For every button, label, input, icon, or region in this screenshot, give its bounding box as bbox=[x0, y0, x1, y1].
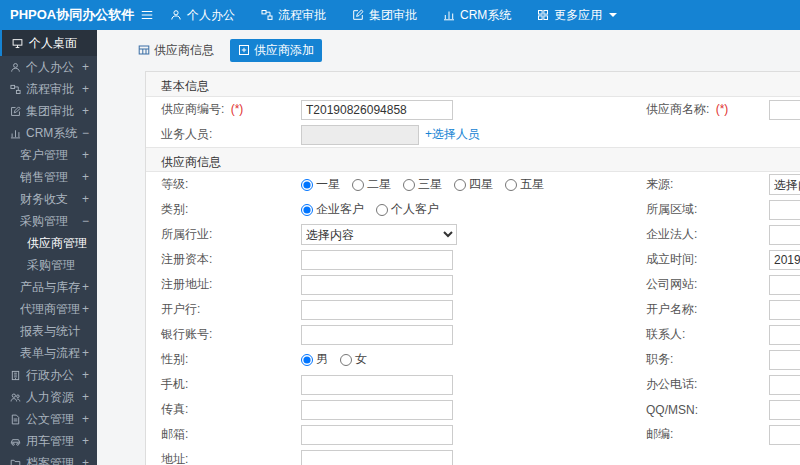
radio-input[interactable] bbox=[376, 204, 388, 216]
legal-person-input[interactable] bbox=[769, 225, 800, 245]
nav-crm-system[interactable]: CRM系统 bbox=[443, 7, 511, 24]
expand-toggle-icon[interactable]: + bbox=[82, 390, 89, 404]
sidebar-item[interactable]: 个人办公 + bbox=[0, 56, 97, 78]
radio-option[interactable]: 一星 bbox=[301, 176, 340, 193]
select-person-link[interactable]: +选择人员 bbox=[425, 126, 480, 143]
expand-toggle-icon[interactable]: + bbox=[82, 434, 89, 448]
nav-process-approval[interactable]: 流程审批 bbox=[261, 7, 326, 24]
sales-person-input[interactable] bbox=[301, 125, 419, 145]
radio-option[interactable]: 企业客户 bbox=[301, 201, 364, 218]
radio-input[interactable] bbox=[352, 179, 364, 191]
email-input[interactable] bbox=[301, 425, 453, 445]
tab-supplier-info[interactable]: 供应商信息 bbox=[130, 39, 222, 62]
radio-option[interactable]: 女 bbox=[340, 351, 367, 368]
field-label: 地址: bbox=[161, 451, 301, 465]
expand-toggle-icon[interactable]: + bbox=[82, 148, 89, 162]
sidebar-item[interactable]: 集团审批 + bbox=[0, 100, 97, 122]
expand-toggle-icon[interactable]: − bbox=[82, 126, 89, 140]
address-input[interactable] bbox=[301, 450, 453, 465]
radio-option[interactable]: 五星 bbox=[505, 176, 544, 193]
expand-toggle-icon[interactable]: + bbox=[82, 302, 89, 316]
sidebar-item[interactable]: 代理商管理 + bbox=[0, 298, 97, 320]
sidebar-item[interactable]: 报表与统计 bbox=[0, 320, 97, 342]
established-date-input[interactable] bbox=[769, 250, 800, 270]
source-select[interactable]: 选择内容 bbox=[769, 174, 800, 195]
sidebar-item-label: CRM系统 bbox=[26, 125, 80, 142]
radio-input[interactable] bbox=[301, 204, 313, 216]
nav-personal-office[interactable]: 个人办公 bbox=[170, 7, 235, 24]
sidebar-item[interactable]: 产品与库存 + bbox=[0, 276, 97, 298]
qq-msn-input[interactable] bbox=[769, 400, 800, 420]
radio-input[interactable] bbox=[301, 354, 313, 366]
bank-input[interactable] bbox=[301, 300, 453, 320]
website-input[interactable] bbox=[769, 275, 800, 295]
sidebar-item[interactable]: 销售管理 + bbox=[0, 166, 97, 188]
expand-toggle-icon[interactable]: + bbox=[82, 368, 89, 382]
sidebar-item[interactable]: 采购管理 bbox=[0, 254, 97, 276]
field-label: 所属行业: bbox=[161, 226, 301, 243]
registered-capital-input[interactable] bbox=[301, 250, 453, 270]
expand-toggle-icon[interactable]: + bbox=[82, 104, 89, 118]
mobile-input[interactable] bbox=[301, 375, 453, 395]
sidebar-item-label: 采购管理 bbox=[20, 213, 80, 230]
supplier-no-input[interactable] bbox=[301, 100, 453, 120]
sidebar-item[interactable]: 供应商管理 bbox=[0, 232, 97, 254]
required-mark: (*) bbox=[716, 102, 729, 116]
zip-input[interactable] bbox=[769, 425, 800, 445]
sidebar-item[interactable]: 行政办公 + bbox=[0, 364, 97, 386]
expand-toggle-icon[interactable]: + bbox=[82, 192, 89, 206]
office-phone-input[interactable] bbox=[769, 375, 800, 395]
sidebar-item[interactable]: 财务收支 + bbox=[0, 188, 97, 210]
region-input[interactable] bbox=[769, 200, 800, 220]
account-name-input[interactable] bbox=[769, 300, 800, 320]
field-label: QQ/MSN: bbox=[646, 403, 769, 417]
expand-toggle-icon[interactable]: + bbox=[82, 170, 89, 184]
radio-option[interactable]: 四星 bbox=[454, 176, 493, 193]
expand-toggle-icon[interactable]: − bbox=[82, 214, 89, 228]
field-label: 传真: bbox=[161, 401, 301, 418]
sidebar-item-label: 供应商管理 bbox=[27, 235, 87, 252]
sidebar-item-label: 表单与流程设置 bbox=[20, 345, 80, 362]
registered-address-input[interactable] bbox=[301, 275, 453, 295]
radio-option[interactable]: 二星 bbox=[352, 176, 391, 193]
radio-input[interactable] bbox=[454, 179, 466, 191]
top-navigation: 个人办公 流程审批 集团审批 CRM系统 更多应用 bbox=[170, 7, 617, 24]
chart-icon bbox=[10, 128, 21, 139]
nav-more-apps[interactable]: 更多应用 bbox=[537, 7, 617, 24]
sidebar-item[interactable]: 流程审批 + bbox=[0, 78, 97, 100]
position-input[interactable] bbox=[769, 350, 800, 370]
radio-option[interactable]: 男 bbox=[301, 351, 328, 368]
sidebar-item[interactable]: 表单与流程设置 + bbox=[0, 342, 97, 364]
expand-toggle-icon[interactable]: + bbox=[82, 456, 89, 465]
radio-option[interactable]: 个人客户 bbox=[376, 201, 439, 218]
expand-toggle-icon[interactable]: + bbox=[82, 60, 89, 74]
sidebar-item[interactable]: 采购管理 − bbox=[0, 210, 97, 232]
bank-account-input[interactable] bbox=[301, 325, 453, 345]
sidebar-item[interactable]: 用车管理 + bbox=[0, 430, 97, 452]
sidebar-item[interactable]: 档案管理 + bbox=[0, 452, 97, 465]
radio-option[interactable]: 三星 bbox=[403, 176, 442, 193]
expand-toggle-icon[interactable]: + bbox=[82, 412, 89, 426]
tab-supplier-add[interactable]: 供应商添加 bbox=[230, 39, 322, 62]
sidebar-item[interactable]: 客户管理 + bbox=[0, 144, 97, 166]
field-label: 公司网站: bbox=[646, 276, 769, 293]
expand-toggle-icon[interactable]: + bbox=[82, 82, 89, 96]
industry-select[interactable]: 选择内容 bbox=[301, 224, 457, 245]
nav-group-approval[interactable]: 集团审批 bbox=[352, 7, 417, 24]
sidebar-item[interactable]: 人力资源 + bbox=[0, 386, 97, 408]
radio-input[interactable] bbox=[340, 354, 352, 366]
sidebar-item[interactable]: CRM系统 − bbox=[0, 122, 97, 144]
expand-toggle-icon[interactable]: + bbox=[82, 346, 89, 360]
contact-input[interactable] bbox=[769, 325, 800, 345]
fax-input[interactable] bbox=[301, 400, 453, 420]
sidebar-item-label: 个人办公 bbox=[26, 59, 80, 76]
radio-input[interactable] bbox=[301, 179, 313, 191]
radio-input[interactable] bbox=[403, 179, 415, 191]
supplier-name-input[interactable] bbox=[769, 100, 800, 120]
menu-icon[interactable] bbox=[140, 8, 154, 22]
flow-icon bbox=[261, 9, 273, 21]
radio-input[interactable] bbox=[505, 179, 517, 191]
expand-toggle-icon[interactable]: + bbox=[82, 280, 89, 294]
sidebar-item[interactable]: 公文管理 + bbox=[0, 408, 97, 430]
sidebar-item-personal-desktop[interactable]: 个人桌面 bbox=[0, 30, 97, 56]
